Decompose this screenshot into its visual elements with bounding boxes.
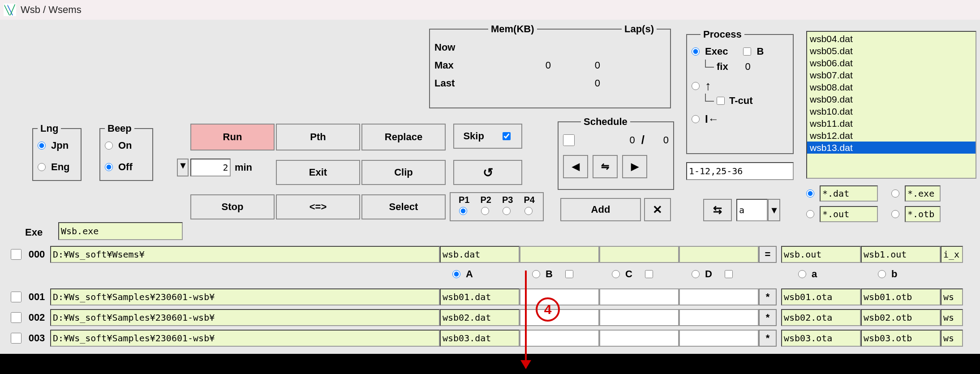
p2-radio[interactable] (481, 207, 489, 215)
row-checkbox[interactable] (11, 333, 21, 344)
ext-dat-input[interactable] (820, 185, 878, 202)
process-back-radio[interactable] (692, 115, 700, 123)
row-ws[interactable] (941, 288, 963, 305)
row-cell-b[interactable] (520, 288, 599, 305)
ext-otb-input[interactable] (905, 206, 941, 222)
a-value-input[interactable] (736, 199, 768, 221)
file-list-item[interactable]: wsb13.dat (807, 142, 976, 154)
row-checkbox[interactable] (11, 292, 21, 302)
row-000-file[interactable] (440, 246, 520, 263)
swap-button[interactable]: <=> (276, 194, 360, 219)
row-000-checkbox[interactable] (11, 249, 21, 260)
col-la-radio[interactable] (798, 270, 806, 278)
min-value-input[interactable] (190, 159, 231, 176)
row-ota[interactable] (781, 309, 861, 326)
row-ws[interactable] (941, 309, 963, 326)
skip-checkbox[interactable] (503, 132, 511, 140)
file-list-item[interactable]: wsb10.dat (807, 105, 976, 117)
ext-out-radio[interactable] (806, 210, 814, 218)
row-000-out-c[interactable] (941, 246, 963, 263)
file-list-item[interactable]: wsb09.dat (807, 93, 976, 105)
row-ws[interactable] (941, 330, 963, 347)
process-tcut-checkbox[interactable] (717, 97, 725, 105)
row-path[interactable] (50, 330, 440, 347)
beep-off-radio[interactable] (105, 163, 113, 171)
row-star-button[interactable]: * (759, 288, 777, 305)
ext-otb-radio[interactable] (891, 210, 899, 218)
row-000-out-b[interactable] (861, 246, 941, 263)
close-button[interactable]: ✕ (644, 198, 671, 221)
p3-radio[interactable] (503, 207, 511, 215)
row-file[interactable] (440, 309, 520, 326)
row-path[interactable] (50, 288, 440, 305)
lng-jpn-radio[interactable] (38, 142, 46, 150)
file-list-item[interactable]: wsb12.dat (807, 129, 976, 142)
refresh-button[interactable]: ↺ (453, 160, 522, 185)
p4-radio[interactable] (524, 207, 533, 215)
swap-horiz-button[interactable]: ⇆ (703, 199, 732, 221)
clip-button[interactable]: Clip (361, 160, 446, 185)
file-list-item[interactable]: wsb05.dat (807, 45, 976, 57)
row-otb[interactable] (861, 288, 941, 305)
ext-exe-input[interactable] (905, 185, 941, 202)
row-cell-d[interactable] (679, 309, 759, 326)
ext-dat-radio[interactable] (806, 189, 814, 198)
file-list-item[interactable]: wsb04.dat (807, 33, 976, 45)
exe-input[interactable] (58, 222, 183, 240)
skip-box[interactable]: Skip (453, 124, 522, 149)
row-path[interactable] (50, 309, 440, 326)
col-b-radio[interactable] (532, 270, 540, 278)
row-cell-c[interactable] (599, 309, 679, 326)
a-dropdown-button[interactable]: ▾ (768, 199, 780, 221)
row-ota[interactable] (781, 330, 861, 347)
run-button[interactable]: Run (190, 124, 275, 150)
row-file[interactable] (440, 330, 520, 347)
min-dropdown-button[interactable]: ▾ (177, 159, 189, 176)
schedule-next-button[interactable]: ▶ (622, 155, 647, 178)
col-c-radio[interactable] (612, 270, 620, 278)
row-cell-d[interactable] (679, 288, 759, 305)
exit-button[interactable]: Exit (276, 160, 360, 185)
ext-out-input[interactable] (820, 206, 878, 222)
schedule-prev-button[interactable]: ◀ (563, 155, 588, 178)
beep-on-radio[interactable] (105, 142, 113, 150)
row-cell-d[interactable] (679, 330, 759, 347)
file-list-item[interactable]: wsb08.dat (807, 81, 976, 93)
row-star-button[interactable]: * (759, 330, 777, 347)
stop-button[interactable]: Stop (190, 194, 275, 219)
row-cell-c[interactable] (599, 330, 679, 347)
row-file[interactable] (440, 288, 520, 305)
col-b-checkbox[interactable] (565, 270, 573, 278)
process-exec-radio[interactable] (692, 47, 700, 56)
ext-exe-radio[interactable] (891, 189, 899, 198)
row-star-button[interactable]: * (759, 309, 777, 326)
process-up-radio[interactable] (692, 82, 700, 90)
file-list-item[interactable]: wsb07.dat (807, 69, 976, 81)
row-cell-b[interactable] (520, 330, 599, 347)
file-list-item[interactable]: wsb11.dat (807, 117, 976, 129)
lng-eng-radio[interactable] (38, 163, 46, 171)
pth-button[interactable]: Pth (276, 124, 360, 150)
row-otb[interactable] (861, 330, 941, 347)
p1-radio[interactable] (459, 207, 467, 215)
file-list[interactable]: wsb04.datwsb05.datwsb06.datwsb07.datwsb0… (806, 31, 976, 179)
row-ota[interactable] (781, 288, 861, 305)
col-c-checkbox[interactable] (645, 270, 653, 278)
row-cell-c[interactable] (599, 288, 679, 305)
row-000-out-a[interactable] (781, 246, 861, 263)
row-000-equals-button[interactable]: = (759, 246, 777, 263)
row-checkbox[interactable] (11, 312, 21, 323)
col-a-radio[interactable] (452, 270, 460, 278)
col-d-checkbox[interactable] (725, 270, 733, 278)
add-button[interactable]: Add (560, 198, 641, 221)
row-000-path[interactable] (50, 246, 440, 263)
schedule-mid-button[interactable]: ⇋ (593, 155, 618, 178)
col-d-radio[interactable] (692, 270, 700, 278)
col-lb-radio[interactable] (878, 270, 886, 278)
file-list-item[interactable]: wsb06.dat (807, 57, 976, 69)
process-b-checkbox[interactable] (743, 47, 751, 56)
process-range-input[interactable] (686, 162, 794, 180)
schedule-enable-checkbox[interactable] (563, 134, 575, 146)
row-otb[interactable] (861, 309, 941, 326)
select-button[interactable]: Select (361, 194, 446, 219)
